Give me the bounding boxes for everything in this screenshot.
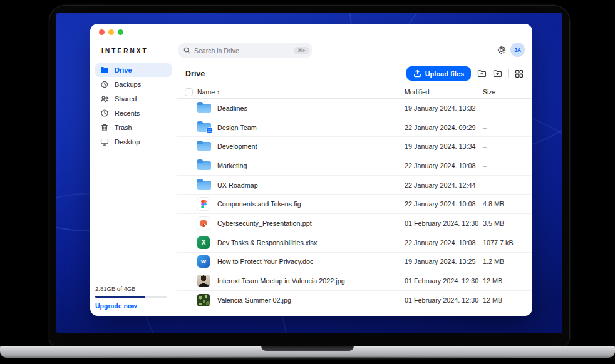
column-header-size[interactable]: Size [483, 88, 524, 96]
minimize-window-button[interactable] [108, 29, 114, 35]
avatar[interactable]: JA [510, 43, 525, 57]
table-row[interactable]: Cybersecurity_Presentation.ppt01 Februar… [177, 214, 532, 233]
sidebar-item-label: Drive [115, 66, 132, 74]
file-name: Design Team [217, 124, 405, 131]
file-modified: 01 February 2024. 12:30 [405, 296, 483, 304]
backups-history-icon [100, 80, 109, 89]
file-size: – [483, 104, 524, 112]
create-folder-button[interactable] [492, 69, 502, 79]
search-placeholder: Search in Drive [194, 47, 294, 54]
zoom-window-button[interactable] [118, 29, 123, 35]
window-topbar: INTERNXT Search in Drive ⌘F JA [90, 24, 532, 61]
laptop-base [0, 346, 615, 358]
sidebar-item-label: Shared [115, 95, 137, 103]
table-row[interactable]: Development19 January 2024. 13:34– [177, 137, 532, 156]
sidebar-item-label: Recents [115, 109, 140, 117]
header-actions: Upload files [406, 66, 524, 81]
select-all-checkbox[interactable] [185, 88, 193, 96]
traffic-lights [99, 29, 123, 35]
sidebar-item-label: Desktop [115, 138, 140, 146]
sidebar-item-shared[interactable]: Shared [95, 92, 172, 106]
sidebar-item-trash[interactable]: Trash [95, 121, 172, 134]
internxt-logo: INTERNXT [101, 48, 148, 54]
file-name: Deadlines [217, 104, 405, 112]
file-size: 3.5 MB [483, 220, 524, 227]
shared-users-icon [100, 94, 109, 103]
file-modified: 19 January 2024. 13:32 [405, 104, 483, 112]
folder-icon [197, 181, 211, 190]
shared-folder-icon [197, 123, 211, 132]
drive-folder-icon [100, 66, 109, 74]
table-row[interactable]: UX Roadmap22 January 2024. 12:44– [177, 176, 532, 195]
file-name: Valencia-Summer-02.jpg [217, 296, 405, 304]
photo-thumbnail [197, 275, 210, 287]
table-row[interactable]: XDev Tasks & Responsibilities.xlsx22 Jan… [177, 233, 532, 253]
sidebar-item-recents[interactable]: Recents [95, 106, 172, 120]
upload-icon [413, 69, 421, 78]
file-modified: 22 January 2024. 10:08 [405, 200, 483, 208]
shared-badge-icon [206, 127, 213, 134]
file-name: How to Protect Your Privacy.doc [217, 258, 405, 265]
photo-thumbnail [197, 294, 210, 306]
file-modified: 22 January 2024. 10:08 [405, 239, 483, 246]
upload-files-button[interactable]: Upload files [406, 66, 471, 81]
file-size: 12 MB [483, 277, 524, 285]
table-row[interactable]: Internxt Team Meetup in Valencia 2022.jp… [177, 271, 532, 291]
table-row[interactable]: WHow to Protect Your Privacy.doc19 Janua… [177, 253, 532, 272]
excel-file-icon: X [197, 236, 210, 249]
file-size: – [483, 181, 524, 189]
upload-folder-button[interactable] [477, 69, 487, 79]
sidebar-item-label: Backups [115, 81, 141, 88]
storage-indicator: 2.81GB of 4GB Upgrade now [95, 285, 167, 310]
table-header: Name ↑ Modified Size [177, 86, 532, 99]
file-name: UX Roadmap [217, 181, 405, 189]
storage-progress-bar [95, 296, 167, 298]
file-size: – [483, 162, 524, 169]
laptop-base-notch [261, 346, 354, 351]
breadcrumb: Drive [185, 69, 205, 78]
folder-icon [197, 161, 211, 170]
upload-files-label: Upload files [425, 70, 464, 78]
folder-icon [197, 142, 211, 151]
file-name: Dev Tasks & Responsibilities.xlsx [217, 239, 405, 246]
sidebar-item-desktop[interactable]: Desktop [95, 135, 172, 149]
storage-progress-fill [95, 296, 145, 298]
file-size: 4.8 MB [483, 200, 524, 208]
close-window-button[interactable] [99, 29, 105, 35]
file-name: Internxt Team Meetup in Valencia 2022.jp… [217, 277, 405, 285]
settings-button[interactable] [496, 44, 507, 56]
column-header-name[interactable]: Name ↑ [197, 88, 405, 96]
sidebar-item-drive[interactable]: Drive [95, 63, 172, 77]
file-modified: 22 January 2024. 12:44 [405, 181, 483, 189]
file-name: Components and Tokens.fig [217, 200, 405, 208]
file-table-body: Deadlines19 January 2024. 13:32–Design T… [177, 99, 532, 310]
search-input[interactable]: Search in Drive ⌘F [178, 43, 312, 58]
scene: INTERNXT Search in Drive ⌘F JA [0, 0, 615, 364]
word-file-icon: W [197, 255, 210, 268]
table-row[interactable]: Valencia-Summer-02.jpg01 February 2024. … [177, 291, 532, 310]
file-size: 1.2 MB [483, 258, 524, 265]
table-row[interactable]: Marketing22 January 2024. 10:08– [177, 156, 532, 176]
search-icon [183, 47, 190, 54]
sidebar: Drive Backups Shared [90, 61, 177, 316]
clock-icon [100, 109, 109, 118]
file-name: Development [217, 143, 405, 150]
column-header-modified[interactable]: Modified [405, 88, 483, 96]
folder-icon [197, 104, 211, 113]
sidebar-item-backups[interactable]: Backups [95, 78, 172, 91]
upgrade-now-link[interactable]: Upgrade now [95, 302, 167, 310]
search-shortcut-badge: ⌘F [294, 47, 309, 54]
table-row[interactable]: Design Team22 January 2024. 09:29– [177, 118, 532, 138]
grid-view-toggle[interactable] [514, 69, 524, 79]
figma-file-icon [197, 198, 210, 210]
main-header: Drive Upload files [177, 61, 532, 86]
main-panel: Drive Upload files [177, 61, 532, 316]
actions-divider [508, 69, 509, 78]
storage-usage-label: 2.81GB of 4GB [95, 285, 167, 292]
file-name: Marketing [217, 162, 405, 169]
powerpoint-file-icon [197, 217, 210, 230]
file-modified: 01 February 2024. 12:30 [405, 277, 483, 285]
table-row[interactable]: Components and Tokens.fig22 January 2024… [177, 195, 532, 214]
table-row[interactable]: Deadlines19 January 2024. 13:32– [177, 99, 532, 118]
sidebar-item-label: Trash [115, 124, 132, 131]
